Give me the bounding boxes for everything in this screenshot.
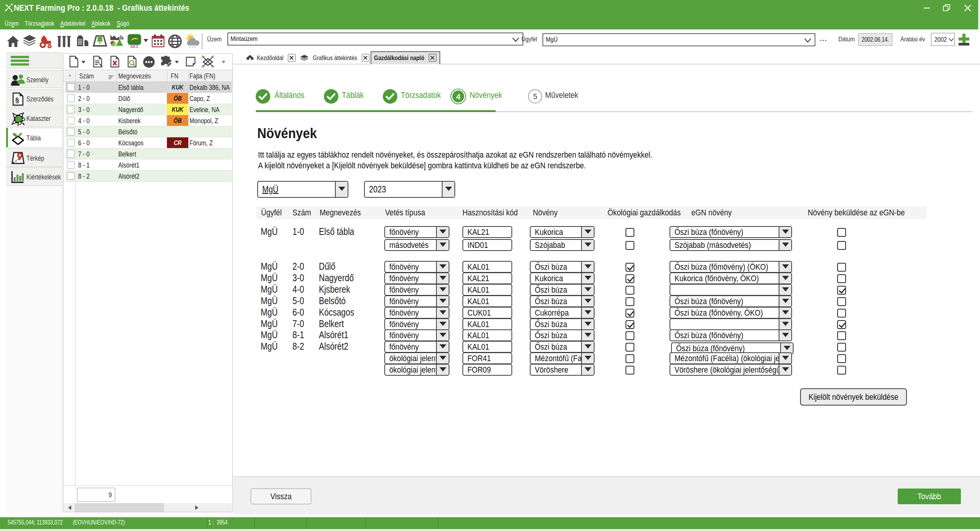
svg-text:4: 4 [456, 92, 461, 101]
svg-text:§: § [15, 96, 19, 104]
svg-text:5: 5 [533, 92, 537, 101]
svg-text:GS 2: GS 2 [131, 45, 138, 49]
